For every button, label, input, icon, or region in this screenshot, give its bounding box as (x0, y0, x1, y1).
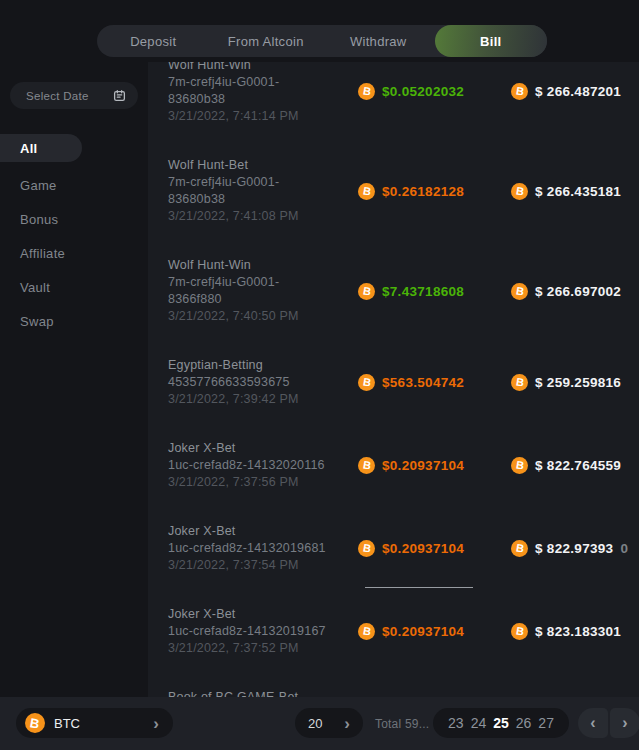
game-title: Book of BC GAME-Bet (168, 689, 358, 697)
btc-icon: B (358, 540, 375, 557)
transaction-id: 7m-crefj4iu-G0001- (168, 74, 358, 91)
transaction-id: 1uc-crefad8z-14132020116 (168, 457, 358, 474)
filter-item-game[interactable]: Game (0, 168, 148, 202)
transaction-id: 83680b38 (168, 91, 358, 108)
tab-deposit[interactable]: Deposit (97, 25, 210, 57)
btc-icon: B (25, 713, 45, 733)
total-count-label: Total 59... (375, 697, 429, 750)
transaction-id: 45357766633593675 (168, 374, 358, 391)
filter-list: All Game Bonus Affiliate Vault Swap (0, 134, 148, 338)
game-title: Joker X-Bet (168, 606, 358, 623)
transaction-id: 7m-crefj4iu-G0001- (168, 274, 358, 291)
transaction-row: Wolf Hunt-Win 7m-crefj4iu-G0001- 8366f88… (148, 257, 639, 325)
transaction-amount: $0.20937104 (382, 541, 464, 556)
transaction-row: Wolf Hunt-Bet 7m-crefj4iu-G0001- 83680b3… (148, 157, 639, 225)
balance-after: $ 822.97393 (535, 541, 613, 556)
balance-after: $ 266.487201 (535, 84, 621, 99)
btc-icon: B (358, 374, 375, 391)
page-number-23[interactable]: 23 (448, 715, 464, 731)
footer-bar: B BTC › 20 › Total 59... 23 24 25 26 27 … (0, 697, 639, 750)
transaction-id: 7m-crefj4iu-G0001- (168, 174, 358, 191)
transaction-row: Joker X-Bet 1uc-crefad8z-14132020116 3/2… (148, 440, 639, 491)
filter-item-all[interactable]: All (0, 134, 82, 162)
transaction-amount: $0.20937104 (382, 458, 464, 473)
transaction-time: 3/21/2022, 7:37:54 PM (168, 557, 358, 574)
btc-icon: B (511, 183, 528, 200)
transaction-row: Joker X-Bet 1uc-crefad8z-14132019681 3/2… (148, 523, 639, 574)
transaction-amount: $0.26182128 (382, 184, 464, 199)
tab-from-altcoin[interactable]: From Altcoin (210, 25, 323, 57)
currency-label: BTC (54, 716, 153, 731)
transaction-id: 1uc-crefad8z-14132019167 (168, 623, 358, 640)
transaction-row-partial: Book of BC GAME-Bet (148, 689, 639, 697)
balance-after: $ 823.183301 (535, 624, 621, 639)
game-title: Joker X-Bet (168, 523, 358, 540)
transaction-time: 3/21/2022, 7:37:56 PM (168, 474, 358, 491)
chevron-right-icon: › (622, 715, 627, 731)
currency-selector[interactable]: B BTC › (16, 708, 173, 738)
transaction-id: 83680b38 (168, 191, 358, 208)
prev-page-button[interactable]: ‹ (578, 708, 608, 738)
next-page-button[interactable]: › (610, 708, 639, 738)
btc-icon: B (358, 623, 375, 640)
transaction-type-tabbar: Deposit From Altcoin Withdraw Bill (97, 25, 547, 57)
transaction-list: Wolf Hunt-Win 7m-crefj4iu-G0001- 83680b3… (148, 62, 639, 697)
transaction-time: 3/21/2022, 7:41:14 PM (168, 108, 358, 125)
btc-icon: B (511, 540, 528, 557)
transaction-time: 3/21/2022, 7:40:50 PM (168, 308, 358, 325)
transaction-amount: $0.05202032 (382, 84, 464, 99)
tab-bill[interactable]: Bill (435, 25, 548, 57)
list-divider (365, 587, 473, 588)
btc-icon: B (511, 374, 528, 391)
bill-list-panel: Wolf Hunt-Win 7m-crefj4iu-G0001- 83680b3… (148, 62, 639, 697)
balance-after: $ 266.697002 (535, 284, 621, 299)
transaction-row: Egyptian-Betting 45357766633593675 3/21/… (148, 357, 639, 408)
chevron-right-icon: › (153, 715, 159, 732)
game-title: Joker X-Bet (168, 440, 358, 457)
btc-icon: B (358, 457, 375, 474)
filter-item-affiliate[interactable]: Affiliate (0, 236, 148, 270)
btc-icon: B (358, 283, 375, 300)
transaction-id: 1uc-crefad8z-14132019681 (168, 540, 358, 557)
btc-icon: B (511, 83, 528, 100)
balance-after: $ 259.259816 (535, 375, 621, 390)
page-number-25-current[interactable]: 25 (493, 715, 509, 731)
chevron-left-icon: ‹ (590, 715, 595, 731)
filter-item-vault[interactable]: Vault (0, 270, 148, 304)
balance-trailing-zero: 0 (620, 541, 628, 556)
transaction-time: 3/21/2022, 7:37:52 PM (168, 640, 358, 657)
transaction-amount: $563.504742 (382, 375, 464, 390)
transaction-id: 8366f880 (168, 291, 358, 308)
select-date-button[interactable]: Select Date (10, 82, 138, 109)
btc-icon: B (358, 183, 375, 200)
balance-after: $ 266.435181 (535, 184, 621, 199)
page-size-value: 20 (308, 716, 322, 731)
tab-withdraw[interactable]: Withdraw (322, 25, 435, 57)
transaction-time: 3/21/2022, 7:39:42 PM (168, 391, 358, 408)
btc-icon: B (511, 623, 528, 640)
game-title: Egyptian-Betting (168, 357, 358, 374)
page-number-27[interactable]: 27 (538, 715, 554, 731)
transaction-row: Wolf Hunt-Win 7m-crefj4iu-G0001- 83680b3… (148, 62, 639, 125)
transaction-row: Joker X-Bet 1uc-crefad8z-14132019167 3/2… (148, 606, 639, 657)
page-size-selector[interactable]: 20 › (295, 708, 363, 738)
page-number-26[interactable]: 26 (516, 715, 532, 731)
balance-after: $ 822.764559 (535, 458, 621, 473)
transaction-time: 3/21/2022, 7:41:08 PM (168, 208, 358, 225)
transaction-amount: $7.43718608 (382, 284, 464, 299)
btc-icon: B (358, 83, 375, 100)
filter-item-swap[interactable]: Swap (0, 304, 148, 338)
filter-item-bonus[interactable]: Bonus (0, 202, 148, 236)
btc-icon: B (511, 283, 528, 300)
game-title: Wolf Hunt-Win (168, 62, 358, 74)
game-title: Wolf Hunt-Win (168, 257, 358, 274)
game-title: Wolf Hunt-Bet (168, 157, 358, 174)
chevron-right-icon: › (344, 715, 350, 732)
select-date-label: Select Date (26, 90, 113, 102)
filter-sidebar: Select Date All Game Bonus Affiliate Vau… (0, 62, 148, 697)
pagination: 23 24 25 26 27 (433, 708, 569, 738)
page-number-24[interactable]: 24 (471, 715, 487, 731)
calendar-icon (113, 89, 126, 102)
btc-icon: B (511, 457, 528, 474)
transaction-amount: $0.20937104 (382, 624, 464, 639)
